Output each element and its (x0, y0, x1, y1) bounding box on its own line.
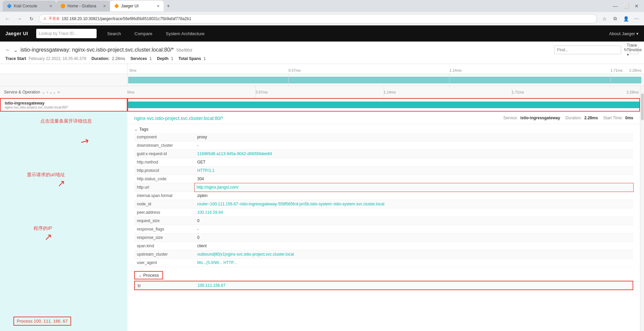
tags-section: ⌄ Tags componentproxydownstream_cluster-… (127, 124, 640, 270)
column-headers: Service & Operation ⌄ › ⌄⌄ » (0, 86, 127, 98)
process-title: Process (143, 273, 159, 278)
col-all[interactable]: » (57, 90, 60, 94)
security-icon: ⚠ (43, 16, 47, 21)
browser-chrome: 🔷 Kiali Console ✕ 🟠 Home - Grafana ✕ 🔶 J… (0, 0, 644, 25)
detail-service-value: istio-ingressgateway (520, 116, 560, 120)
tag-key: span.kind (134, 242, 195, 250)
ruler-114ms: 1.14ms (449, 68, 462, 72)
process-annotation: Process 100. 111. 166. 67 (13, 317, 71, 326)
tag-key: internal.span.format (134, 192, 195, 200)
nav-system-architecture[interactable]: System Architecture (163, 30, 207, 38)
kiali-tab-label: Kiali Console (14, 4, 37, 8)
kiali-tab-close[interactable]: ✕ (49, 4, 52, 8)
trace-start-key: Trace Start (5, 56, 26, 61)
new-tab-button[interactable]: + (164, 1, 173, 11)
tab-jaeger[interactable]: 🔶 Jaeger UI ✕ (110, 1, 164, 11)
tag-row: peer.address100.116.59.64 (134, 208, 633, 217)
tag-row: user_agentMo...(5.0/Wi... HTTP... (134, 259, 633, 267)
span-list-with-annotations: istio-ingressgateway nginx-svc.istio-pro… (0, 98, 127, 331)
nav-search[interactable]: Search (105, 30, 124, 38)
tag-row: http.protocolHTTP/1.1 (134, 167, 633, 175)
tag-value: http://nginx.jiangxl.com/ (195, 183, 633, 192)
mini-timeline (0, 74, 644, 86)
minimize-button[interactable]: — (610, 1, 620, 11)
detail-meta-row: Service: istio-ingressgateway Duration: … (503, 116, 633, 120)
forward-button[interactable]: → (15, 14, 24, 23)
tab-grafana[interactable]: 🟠 Home - Grafana ✕ (56, 1, 110, 11)
tags-table: componentproxydownstream_cluster-guid:x-… (134, 133, 633, 267)
total-spans-label: Total Spans (178, 56, 201, 61)
left-panel: Service & Operation ⌄ › ⌄⌄ » istio-ingre… (0, 86, 127, 331)
jaeger-logo: Jaeger UI (5, 31, 28, 36)
tag-row: http.methodGET (134, 158, 633, 167)
jaeger-app: Jaeger UI Lookup by Trace ID... Search C… (0, 25, 644, 331)
tab-kiali[interactable]: 🔷 Kiali Console ✕ (3, 1, 56, 11)
span-timeline-row[interactable] (127, 98, 640, 112)
refresh-button[interactable]: ↻ (27, 14, 36, 23)
col-next[interactable]: › (47, 90, 48, 94)
detail-operation-title: nginx-svc.istio-project.svc.cluster.loca… (134, 116, 223, 121)
trace-services: Services 1 (130, 56, 152, 61)
tag-key: guid:x-request-id (134, 150, 195, 158)
trace-timeline-label: Trace Timeline ▾ (627, 43, 642, 57)
click-hint-arrow: ↗ (41, 112, 92, 148)
col-prev[interactable]: ⌄ (42, 90, 45, 94)
tag-value: Mo...(5.0/Wi... HTTP... (195, 259, 633, 267)
nav-compare[interactable]: Compare (132, 30, 155, 38)
detail-start-label: Start Time: 0ms (603, 116, 633, 120)
trace-timeline-button[interactable]: Trace Timeline ▾ (630, 46, 639, 54)
detail-header: nginx-svc.istio-project.svc.cluster.loca… (127, 112, 640, 124)
tag-value: zipkin (195, 192, 633, 200)
ruler-057ms: 0.57ms (288, 68, 301, 72)
profile-icon[interactable]: 👤 (621, 14, 631, 23)
process-header[interactable]: ⌄ Process (134, 271, 163, 279)
service-operation-header: Service & Operation ⌄ › ⌄⌄ » (0, 90, 127, 94)
menu-icon[interactable]: ⋯ (632, 14, 641, 23)
tag-key: downstream_cluster (134, 141, 195, 150)
tags-title: Tags (139, 127, 148, 132)
tag-row: guid:x-request-id116965d8-a113-945a-9042… (134, 150, 633, 158)
tag-row: internal.span.formatzipkin (134, 192, 633, 200)
jaeger-tab-close[interactable]: ✕ (157, 4, 160, 8)
scrollbar-thumb[interactable] (641, 93, 644, 120)
trace-total-spans: Total Spans 1 (178, 56, 206, 61)
col-expand[interactable]: ⌄⌄ (49, 90, 56, 94)
maximize-button[interactable]: ⬜ (621, 1, 631, 11)
span-row[interactable]: istio-ingressgateway nginx-svc.istio-pro… (0, 98, 127, 112)
url-annotation: 显示请求的url地址 ↗ (27, 172, 65, 189)
time-228ms: 2.28ms (627, 90, 639, 94)
span-operation-name: nginx-svc.istio-project.svc.cluster.loca… (5, 106, 123, 109)
tag-value: GET (195, 158, 633, 167)
tag-value: - (195, 141, 633, 150)
depth-value: 1 (171, 56, 173, 61)
star-icon[interactable]: ☆ (600, 14, 609, 23)
extensions-icon[interactable]: ⧉ (610, 14, 620, 23)
back-button[interactable]: ← (3, 14, 12, 23)
trace-lookup-input[interactable]: Lookup by Trace ID... (36, 29, 97, 38)
detail-service-label: Service: istio-ingressgateway (503, 116, 560, 120)
tag-key: node_id (134, 200, 195, 208)
trace-body: Service & Operation ⌄ › ⌄⌄ » istio-ingre… (0, 86, 644, 331)
col-actions: ⌄ › ⌄⌄ » (42, 90, 60, 94)
services-label: Services (130, 56, 147, 61)
scrollbar-track[interactable] (640, 86, 644, 331)
security-label: 不安全 (49, 16, 60, 21)
close-window-button[interactable]: ✕ (632, 1, 641, 11)
tags-header[interactable]: ⌄ Tags (134, 127, 633, 132)
trace-meta: Trace Start February 22 2022, 16:35:40.3… (5, 56, 639, 61)
tag-key: http.url (134, 183, 195, 192)
grafana-tab-close[interactable]: ✕ (103, 4, 106, 8)
time-114ms: 1.14ms (384, 90, 396, 94)
expand-toggle[interactable]: ⌄ (13, 47, 18, 53)
tag-value: router~100.111.156.67~istio-ingressgatew… (195, 200, 633, 208)
tag-row: request_size0 (134, 217, 633, 225)
tag-key: peer.address (134, 208, 195, 217)
tag-key: response_size (134, 234, 195, 242)
find-input[interactable] (554, 46, 621, 54)
back-to-search[interactable]: ← (5, 47, 11, 53)
grafana-favicon: 🟠 (60, 4, 65, 8)
tag-value: HTTP/1.1 (195, 167, 633, 175)
address-bar[interactable]: ⚠ 不安全 192.168.20.10:30821/jaeger/trace/5… (39, 14, 597, 23)
trace-header: ← ⌄ istio-ingressgateway: nginx-svc.isti… (0, 42, 644, 64)
nav-about[interactable]: About Jaeger ▾ (609, 31, 639, 36)
